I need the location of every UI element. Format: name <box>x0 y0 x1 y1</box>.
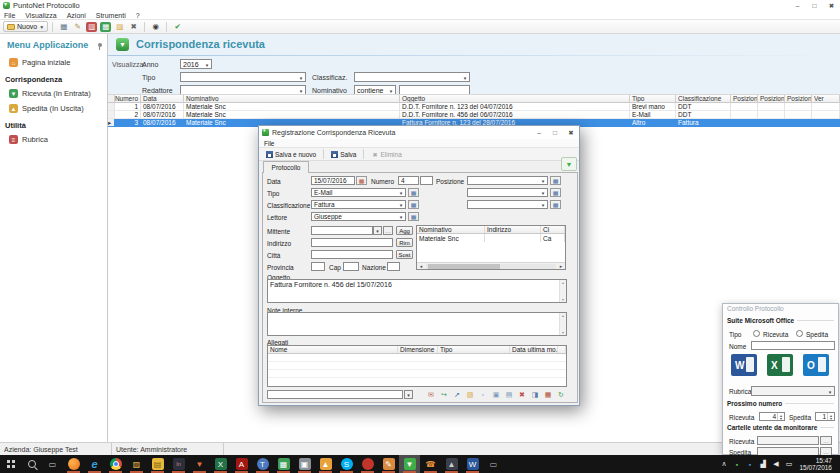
contacts-list[interactable]: Nominativo Indirizzo Ci Materiale Snc Ca… <box>416 225 566 270</box>
green-app-icon[interactable]: ▦ <box>273 455 294 473</box>
mouse-icon[interactable]: ▭ <box>483 455 504 473</box>
game-icon[interactable]: ▲ <box>441 455 462 473</box>
send-icon[interactable]: ↗ <box>451 389 463 400</box>
network-icon[interactable]: ▟ <box>756 455 769 473</box>
grid-header-oggetto[interactable]: Oggetto <box>400 95 630 103</box>
mittente-browse-icon[interactable] <box>383 226 393 235</box>
posizione2-lookup-icon[interactable] <box>550 188 561 197</box>
dialog-close-button[interactable]: ✖ <box>563 127 579 139</box>
file-explorer-icon[interactable]: ▨ <box>126 455 147 473</box>
allegati-table[interactable]: Nome Dimensione Tipo Data ultima mo... <box>267 345 567 387</box>
word-icon[interactable]: W <box>731 354 757 376</box>
indesign-icon[interactable]: In <box>168 455 189 473</box>
posizione3-lookup-icon[interactable] <box>550 200 561 209</box>
grid-header-tipo[interactable]: Tipo <box>630 95 676 103</box>
data-input[interactable] <box>311 176 355 185</box>
acquire-icon[interactable]: ↪ <box>438 389 450 400</box>
indirizzo-input[interactable] <box>311 238 393 247</box>
word-icon[interactable]: W <box>462 455 483 473</box>
citta-input[interactable] <box>311 250 393 259</box>
scrollbar-track[interactable] <box>426 264 556 269</box>
paint-app-icon[interactable]: ✎ <box>378 455 399 473</box>
mittente-input[interactable] <box>311 226 373 235</box>
tipo-lookup-icon[interactable] <box>408 188 419 197</box>
menu-file[interactable]: File <box>4 12 15 19</box>
volume-icon[interactable]: ◀ <box>769 455 782 473</box>
media-app-icon[interactable]: ▲ <box>315 455 336 473</box>
folder-ricevuta-browse-icon[interactable] <box>820 436 832 445</box>
export-pdf-icon[interactable]: ▥ <box>85 21 98 33</box>
scroll-right-icon[interactable]: ▸ <box>557 263 565 270</box>
table-row[interactable]: 2 08/07/2016 Materiale Snc D.D.T. Fornit… <box>108 111 840 119</box>
dialog-minimize-button[interactable]: – <box>531 127 547 139</box>
start-button[interactable] <box>0 455 21 473</box>
attachment-browse-icon[interactable] <box>404 390 413 399</box>
new-file-icon[interactable]: ▫ <box>477 389 489 400</box>
skype-icon[interactable]: S <box>336 455 357 473</box>
search-icon[interactable] <box>21 455 42 473</box>
teams-icon[interactable]: T <box>252 455 273 473</box>
menu-azioni[interactable]: Azioni <box>67 12 86 19</box>
task-view-icon[interactable]: ▭ <box>42 455 63 473</box>
oggetto-textarea[interactable]: Fattura Fornitore n. 456 del 15/07/2016 <box>267 279 567 303</box>
open-folder-icon[interactable]: ▨ <box>113 21 126 33</box>
mail-attachment-icon[interactable]: ✉ <box>425 389 437 400</box>
spinner-arrows-icon[interactable] <box>777 413 784 420</box>
grid-header-posizione2[interactable]: Posizione2 <box>758 95 785 103</box>
open-attachment-icon[interactable]: ▨ <box>464 389 476 400</box>
sidebar-item-pagina-iniziale[interactable]: ⌂ Pagina iniziale <box>0 55 107 70</box>
table-row[interactable]: 1 08/07/2016 Materiale Snc D.D.T. Fornit… <box>108 103 840 111</box>
lettore-lookup-icon[interactable] <box>408 212 419 221</box>
excel-icon[interactable]: X <box>210 455 231 473</box>
delete-icon[interactable]: ✖ <box>127 21 140 33</box>
textarea-scroll-rail[interactable] <box>559 280 566 302</box>
numero-input[interactable] <box>398 176 419 185</box>
next-ricevuta-stepper[interactable]: 4 <box>759 412 785 421</box>
sidebar-item-rubrica[interactable]: ≡ Rubrica <box>0 132 107 147</box>
tipo-select[interactable]: E-Mail <box>311 188 406 197</box>
classificazione-filter-select[interactable] <box>354 72 470 82</box>
rim-button[interactable]: Rim <box>396 238 413 247</box>
ricevuta-radio[interactable] <box>753 330 760 337</box>
list-item[interactable]: Materiale Snc Ca <box>417 234 565 242</box>
notification-icon[interactable]: ▭ <box>782 455 795 473</box>
mittente-dropdown-icon[interactable] <box>373 226 382 235</box>
dialog-titlebar[interactable]: Registrazione Corrispondenza Ricevuta – … <box>259 126 579 139</box>
taskbar-clock[interactable]: 15:47 15/07/2016 <box>795 457 836 472</box>
folder-ricevuta-input[interactable] <box>757 436 819 445</box>
contacts-scrollbar[interactable]: ◂ ▸ <box>417 262 565 269</box>
menu-visualizza[interactable]: Visualizza <box>25 12 56 19</box>
protocol-logo-button[interactable] <box>561 157 577 171</box>
numero-bis-input[interactable] <box>420 176 433 185</box>
menu-strumenti[interactable]: Strumenti <box>96 12 126 19</box>
cap-input[interactable] <box>343 262 359 271</box>
rubrica-select[interactable] <box>751 386 835 396</box>
new-button[interactable]: Nuovo ▼ <box>3 21 48 32</box>
nome-input[interactable] <box>751 341 835 350</box>
print-icon[interactable]: ▦ <box>57 21 70 33</box>
tray-shield-icon[interactable]: ▪ <box>730 455 743 473</box>
anno-select[interactable]: 2016 <box>180 59 212 69</box>
spedita-radio[interactable] <box>796 330 803 337</box>
print-attachment-icon[interactable]: ▦ <box>542 389 554 400</box>
save-file-icon[interactable]: ▤ <box>503 389 515 400</box>
posizione2-select[interactable] <box>467 188 548 197</box>
dialog-maximize-button[interactable]: □ <box>547 127 563 139</box>
delete-button[interactable]: Elimina <box>368 150 404 159</box>
maximize-button[interactable]: □ <box>806 0 823 11</box>
puntonet-icon[interactable]: ▼ <box>399 455 420 473</box>
classificazione-lookup-icon[interactable] <box>408 200 419 209</box>
acrobat-icon[interactable]: A <box>231 455 252 473</box>
classificazione-select[interactable]: Fattura <box>311 200 406 209</box>
firefox-icon[interactable] <box>63 455 84 473</box>
grid-header-classificazione[interactable]: Classificazione <box>676 95 731 103</box>
export-excel-icon[interactable]: ▦ <box>99 21 112 33</box>
copy-file-icon[interactable]: ▣ <box>490 389 502 400</box>
tray-expand-icon[interactable]: ∧ <box>717 455 730 473</box>
filter-icon[interactable]: ▼ <box>189 455 210 473</box>
sidebar-item-ricevuta[interactable]: ▼ Ricevuta (In Entrata) <box>0 86 107 101</box>
edge-icon[interactable]: e <box>84 455 105 473</box>
save-button[interactable]: Salva <box>328 150 359 159</box>
refresh-icon[interactable]: ↻ <box>555 389 567 400</box>
tipo-filter-select[interactable] <box>180 72 306 82</box>
